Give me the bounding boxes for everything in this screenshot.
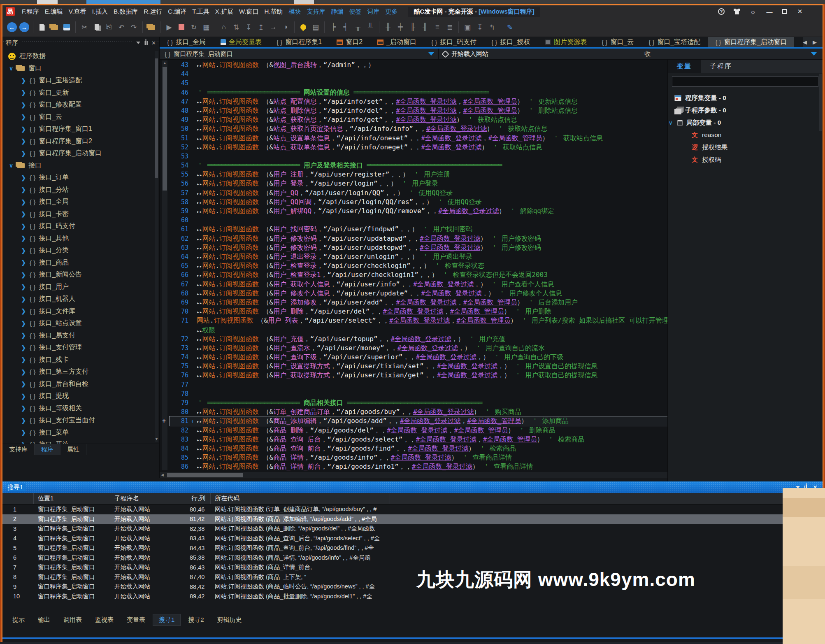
code-line-55[interactable]: 55▸▸网站.订阅视图函数 （&用户_注册，“/api/user/registe… [170,170,667,179]
tab-窗口_宝塔适配[interactable]: { }窗口_宝塔适配 [641,37,708,47]
code-line-74[interactable]: 74▸▸网站.订阅视图函数 （&用户_查询下级，“/api/user/super… [170,353,667,362]
memo-icon[interactable]: ▤ [309,21,322,34]
code-line-56[interactable]: 56▸▸网站.订阅视图函数 （&用户_登录，“/api/user/login”，… [170,179,667,188]
tree-item-接口_站点设置[interactable]: ❯{ }接口_站点设置 [2,317,159,330]
theme-shirt-icon[interactable] [734,9,740,14]
paste-icon[interactable]: ⎘ [103,21,115,34]
right-tab-子程序[interactable]: 子程序 [701,60,741,73]
local-var-授权结果[interactable]: 逻授权结果 [668,141,823,153]
tree-item-接口_订单[interactable]: ❯{ }接口_订单 [2,172,159,184]
tree-item-接口_卡密[interactable]: ❯{ }接口_卡密 [2,208,159,221]
status-tab-搜寻1[interactable]: 搜寻1 [153,614,181,626]
result-row-6[interactable]: 6窗口程序集_启动窗口开始载入网站85,38网站.订阅视图函数 (商品_详情, … [2,553,823,563]
code-line-54[interactable]: 54＇ ══════════════════════════ 用户及登录相关接口… [170,161,667,170]
maximize-icon[interactable] [782,9,787,14]
tab-窗口程序集_启动窗口[interactable]: { }窗口程序集_启动窗口 [708,37,794,47]
status-tab-调用表[interactable]: 调用表 [58,614,88,625]
code-line-67[interactable]: 67▸▸网站.订阅视图函数 （&用户_获取个人信息，“/api/user/inf… [170,280,667,289]
code-line-81[interactable]: 81↓+▸▸网站.订阅视图函数 （&商品_添加编辑，“/api/goods/ad… [170,416,667,425]
space-h-icon[interactable]: ≡ [431,21,444,34]
menu-item[interactable]: H.帮助 [265,8,283,16]
code-line-45[interactable]: 45 [170,79,667,88]
collapse-button[interactable]: 收 [644,50,651,58]
code-line-83[interactable]: 83▸▸网站.订阅视图函数 （&商品_查询_后台，“/api/goods/sel… [170,435,667,444]
tree-item-接口[interactable]: ∨接口 [2,160,159,172]
result-row-3[interactable]: 3窗口程序集_启动窗口开始载入网站82,38网站.订阅视图函数 (商品_删除, … [2,524,823,534]
tree-item-接口_文件库[interactable]: ❯{ }接口_文件库 [2,305,159,318]
tab-接口_授权[interactable]: { }接口_授权 [484,37,537,47]
code-line-70[interactable]: 70▸▸网站.订阅视图函数 （&用户_删除，“/api/user/del”，，#… [170,307,667,316]
result-row-9[interactable]: 9窗口程序集_启动窗口开始载入网站88,42网站.订阅视图函数 (商品_临时公告… [2,582,823,592]
tree-item-接口_开放[interactable]: ❯{ }接口_开放 [2,439,159,444]
tree-item-窗口程序集_窗口2[interactable]: ❯{ }窗口程序集_窗口2 [2,135,159,148]
tree-item-接口_提现[interactable]: ❯{ }接口_提现 [2,390,159,402]
code-line-80[interactable]: 80▸▸网站.订阅视图函数 （&订单_创建商品订单，“/api/goods/bu… [170,407,667,416]
tree-item-接口_第三方支付[interactable]: ❯{ }接口_第三方支付 [2,366,159,378]
tree-item-接口_支付管理[interactable]: ❯{ }接口_支付管理 [2,342,159,354]
align-top-icon[interactable]: ╥ [352,21,364,34]
tree-item-接口_后台和自检[interactable]: ❯{ }接口_后台和自检 [2,378,159,391]
left-tab-程序[interactable]: 程序 [35,444,60,455]
menu-extra-item[interactable]: 支持库 [307,8,325,16]
step-out-icon[interactable]: ↥ [255,21,267,34]
same-height-icon[interactable]: ╢ [419,21,431,34]
menu-item[interactable]: B.数据库 [114,8,138,16]
scope-combo-arrow-icon[interactable] [428,52,434,56]
results-col-header-位置1[interactable]: 位置1 [34,493,110,504]
variables-scrollbar[interactable] [819,74,822,131]
send-back-icon[interactable]: ↧ [474,21,486,34]
menu-extra-item[interactable]: 更多 [386,8,398,16]
code-line-44[interactable]: 44 [170,70,667,79]
panel-pin-icon[interactable] [145,41,146,45]
bring-front-icon[interactable]: ↰ [486,21,498,34]
code-line-58[interactable]: 58▸▸网站.订阅视图函数 （&用户_QQ回调，“/api/user/login… [170,198,667,207]
scope-combo[interactable]: { } 窗口程序集_启动窗口 [160,50,438,58]
results-col-header-所在代码[interactable]: 所在代码 [211,493,390,504]
tree-item-接口_商品[interactable]: ❯{ }接口_商品 [2,257,159,269]
undo-icon[interactable]: ↶ [115,21,128,34]
menu-item[interactable]: I.插入 [92,8,108,16]
align-left-icon[interactable]: ╞ [327,21,339,34]
status-tab-监视表[interactable]: 监视表 [89,614,119,625]
code-line-61[interactable]: 61▸▸网站.订阅视图函数 （&用户_找回密码，“/api/user/findp… [170,225,667,234]
tree-item-窗口_更新[interactable]: ❯{ }窗口_更新 [2,87,159,99]
code-line-49[interactable]: 49▸▸网站.订阅视图函数 （&站点_获取信息，“/api/info/get”，… [170,115,667,124]
left-tab-属性[interactable]: 属性 [60,444,86,455]
tab-接口_全局[interactable]: { }接口_全局 [160,37,213,47]
tree-item-接口_其他[interactable]: ❯{ }接口_其他 [2,232,159,245]
sign-pen-icon[interactable]: ✎ [504,21,516,34]
save-icon[interactable] [60,21,73,34]
close-icon[interactable]: ✕ [796,8,804,15]
tree-item-接口_用户[interactable]: ❯{ }接口_用户 [2,281,159,293]
settings-gear-icon[interactable]: ☼ [749,8,757,15]
tree-item-窗口[interactable]: ∨窗口 [2,63,159,75]
menu-item[interactable]: W.窗口 [239,8,259,16]
tab-窗口2[interactable]: 窗口2 [329,37,370,47]
local-var-reason[interactable]: 文reason [668,129,823,141]
code-line-62[interactable]: 62▸▸网站.订阅视图函数 （&用户_修改密码，“/api/user/updat… [170,234,667,243]
tree-item-接口_残卡[interactable]: ❯{ }接口_残卡 [2,354,159,366]
editor-horizontal-scrollbar[interactable]: ◀ [160,472,667,478]
routine-combo[interactable]: 开始载入网站 收 [438,49,823,59]
tree-item-接口_码支付[interactable]: ❯{ }接口_码支付 [2,220,159,232]
breakpoint-icon[interactable]: ◑ [279,21,292,34]
tree-item-窗口程序集_启动窗口[interactable]: ❯{ }窗口程序集_启动窗口 [2,147,159,160]
tree-item-接口_全局[interactable]: ❯{ }接口_全局 [2,196,159,208]
code-line-85[interactable]: 85▸▸网站.订阅视图函数 （&商品_详情，“/api/goods/info”，… [170,453,667,462]
result-row-4[interactable]: 4窗口程序集_启动窗口开始载入网站83,43网站.订阅视图函数 (商品_查询_后… [2,534,823,544]
results-col-header-index[interactable] [2,493,34,504]
code-line-73[interactable]: 73▸▸网站.订阅视图函数 （&用户_查流水，“/api/user/money”… [170,344,667,353]
tree-item-窗口_云[interactable]: ❯{ }窗口_云 [2,111,159,123]
menu-item[interactable]: C.编译 [168,8,186,16]
status-tab-搜寻2[interactable]: 搜寻2 [182,614,209,625]
minimize-icon[interactable]: — [766,8,773,15]
tab-全局变量表[interactable]: 全局变量表 [213,37,269,47]
tree-item-接口_菜单[interactable]: ❯{ }接口_菜单 [2,427,159,439]
code-line-75[interactable]: 75▸▸网站.订阅视图函数 （&用户_设置提现方式，“/api/user/tix… [170,362,667,371]
code-line-77[interactable]: 77 [170,380,667,389]
center-h-icon[interactable]: ╫ [382,21,394,34]
results-col-header-子程序名[interactable]: 子程序名 [110,493,187,504]
code-line-68[interactable]: 68▸▸网站.订阅视图函数 （&用户_修改个人信息，“/api/user/upd… [170,289,667,298]
local-var-授权码[interactable]: 文授权码 [668,153,823,166]
code-line-51[interactable]: 51▸▸网站.订阅视图函数 （&站点_设置单条信息，“/api/info/one… [170,134,667,143]
